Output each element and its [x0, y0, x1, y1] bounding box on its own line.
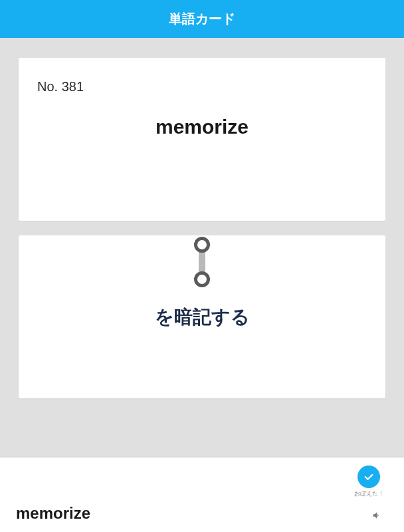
sound-icon	[372, 511, 381, 520]
check-icon	[363, 471, 375, 483]
card-word: memorize	[37, 116, 367, 138]
ring-connector	[193, 237, 211, 287]
main-content: No. 381 memorize を暗記する	[0, 38, 404, 398]
ring-hole-icon	[194, 237, 210, 253]
memorized-button[interactable]	[357, 466, 380, 488]
flashcard-front[interactable]: No. 381 memorize	[19, 58, 385, 221]
bottom-word: memorize	[16, 504, 90, 523]
memorized-label: おぼえた！	[351, 489, 387, 498]
bottom-panel: おぼえた！ memorize	[0, 458, 404, 532]
sound-button[interactable]	[372, 511, 381, 520]
card-number: No. 381	[37, 79, 367, 94]
app-header: 単語カード	[0, 0, 404, 38]
ring-hole-icon	[194, 271, 210, 287]
card-meaning: を暗記する	[155, 305, 250, 330]
header-title: 単語カード	[169, 11, 235, 26]
